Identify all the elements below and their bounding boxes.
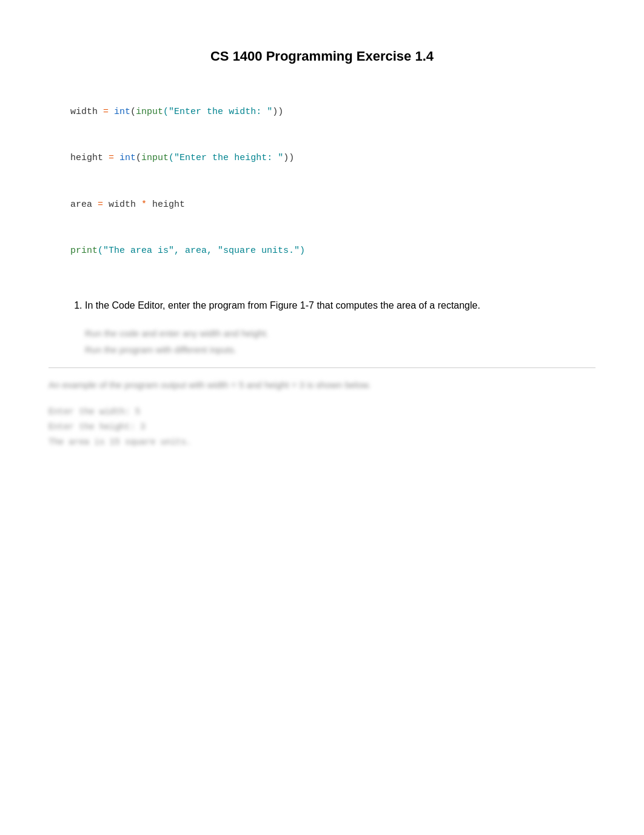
code-paren-close: )): [272, 107, 283, 117]
code-keyword-int2: int: [119, 153, 136, 163]
code-text: [109, 107, 114, 117]
code-line-4: print("The area is", area, "square units…: [49, 228, 595, 275]
code-string: ("Enter the width: ": [163, 107, 272, 117]
blurred-paragraph: An example of the program output with wi…: [49, 378, 595, 392]
code-text: height: [147, 200, 185, 210]
blurred-instructions: Run the code and enter any width and hei…: [85, 325, 595, 358]
code-operator: =: [103, 107, 109, 117]
code-operator: =: [98, 200, 103, 210]
code-builtin-input: input: [136, 107, 163, 117]
code-paren: (: [130, 107, 136, 117]
page-title: CS 1400 Programming Exercise 1.4: [49, 49, 595, 64]
code-paren: (: [136, 153, 141, 163]
code-mult: *: [141, 200, 147, 210]
output-line-2: Enter the height: 3: [49, 420, 595, 435]
output-line-1: Enter the width: 5: [49, 404, 595, 420]
instructions-section: In the Code Editor, enter the program fr…: [73, 298, 595, 313]
separator: [49, 367, 595, 368]
instruction-item-1: In the Code Editor, enter the program fr…: [85, 298, 595, 313]
blurred-output: Enter the width: 5 Enter the height: 3 T…: [49, 404, 595, 451]
code-line-3: area = width * height: [49, 181, 595, 228]
code-line-1: width = int(input("Enter the width: ")): [49, 89, 595, 135]
code-line-2: height = int(input("Enter the height: ")…: [49, 135, 595, 182]
code-print-args: ("The area is", area, "square units."): [98, 246, 305, 256]
code-keyword-int: int: [114, 107, 130, 117]
code-string2: ("Enter the height: ": [169, 153, 283, 163]
blurred-item-3: Run the program with different inputs.: [85, 341, 595, 358]
code-text: area: [70, 200, 98, 210]
code-text: width: [103, 200, 141, 210]
code-operator: =: [109, 153, 114, 163]
blurred-item-2: Run the code and enter any width and hei…: [85, 325, 595, 341]
code-paren-close2: )): [283, 153, 294, 163]
code-builtin-input2: input: [141, 153, 169, 163]
code-text: width: [70, 107, 103, 117]
code-text: [114, 153, 119, 163]
code-builtin-print: print: [70, 246, 98, 256]
code-block: width = int(input("Enter the width: ")) …: [49, 82, 595, 280]
code-text: height: [70, 153, 109, 163]
output-line-3: The area is 15 square units.: [49, 435, 595, 450]
instructions-list: In the Code Editor, enter the program fr…: [73, 298, 595, 313]
